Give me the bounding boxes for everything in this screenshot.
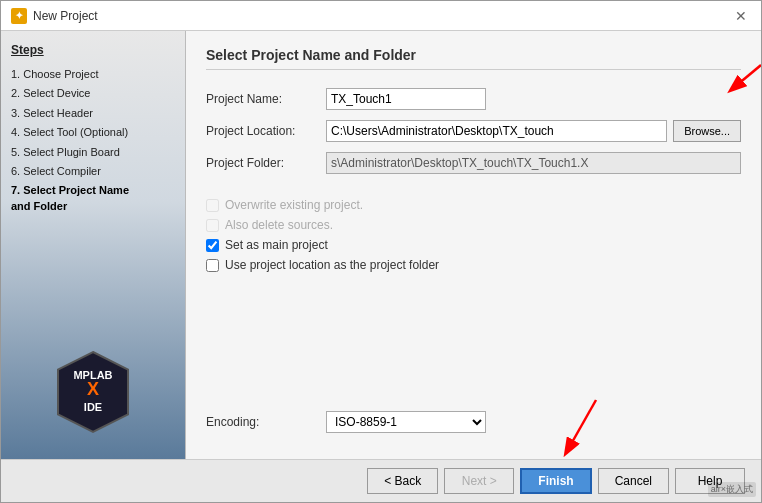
project-folder-label: Project Folder: xyxy=(206,156,326,170)
project-folder-row: Project Folder: xyxy=(206,152,741,174)
sidebar: Steps 1. Choose Project 2. Select Device… xyxy=(1,31,186,459)
titlebar: ✦ New Project ✕ xyxy=(1,1,761,31)
project-folder-input[interactable] xyxy=(326,152,741,174)
delete-sources-checkbox-row: Also delete sources. xyxy=(206,218,741,232)
finish-button[interactable]: Finish xyxy=(520,468,591,494)
main-content-area: Project Name: xyxy=(206,88,741,443)
footer: < Back Next > Finish Cancel Help air×嵌入式 xyxy=(1,459,761,502)
project-location-row: Project Location: Browse... xyxy=(206,120,741,142)
cancel-button[interactable]: Cancel xyxy=(598,468,669,494)
sidebar-logo: MPLAB X IDE xyxy=(11,337,175,447)
dialog-content: Steps 1. Choose Project 2. Select Device… xyxy=(1,31,761,459)
steps-list: 1. Choose Project 2. Select Device 3. Se… xyxy=(11,67,175,337)
step-5: 5. Select Plugin Board xyxy=(11,145,175,160)
svg-text:X: X xyxy=(87,379,99,399)
window-title: New Project xyxy=(33,9,98,23)
panel-title: Select Project Name and Folder xyxy=(206,47,741,70)
overwrite-checkbox-row: Overwrite existing project. xyxy=(206,198,741,212)
project-name-row: Project Name: xyxy=(206,88,741,110)
titlebar-left: ✦ New Project xyxy=(11,8,98,24)
checkboxes-section: Overwrite existing project. Also delete … xyxy=(206,198,741,278)
close-button[interactable]: ✕ xyxy=(731,9,751,23)
delete-sources-label: Also delete sources. xyxy=(225,218,333,232)
main-panel: Select Project Name and Folder Project N… xyxy=(186,31,761,459)
window-icon: ✦ xyxy=(11,8,27,24)
back-button[interactable]: < Back xyxy=(367,468,438,494)
steps-title: Steps xyxy=(11,43,175,57)
encoding-label: Encoding: xyxy=(206,415,326,429)
encoding-select[interactable]: ISO-8859-1 UTF-8 xyxy=(326,411,486,433)
watermark: air×嵌入式 xyxy=(708,482,756,497)
use-location-checkbox[interactable] xyxy=(206,259,219,272)
use-location-checkbox-row: Use project location as the project fold… xyxy=(206,258,741,272)
next-button[interactable]: Next > xyxy=(444,468,514,494)
step-6: 6. Select Compiler xyxy=(11,164,175,179)
mplab-logo: MPLAB X IDE xyxy=(48,347,138,437)
spacer xyxy=(206,288,741,411)
svg-text:IDE: IDE xyxy=(84,401,102,413)
browse-button[interactable]: Browse... xyxy=(673,120,741,142)
overwrite-label: Overwrite existing project. xyxy=(225,198,363,212)
step-3: 3. Select Header xyxy=(11,106,175,121)
main-project-checkbox-row: Set as main project xyxy=(206,238,741,252)
delete-sources-checkbox[interactable] xyxy=(206,219,219,232)
encoding-row: Encoding: ISO-8859-1 UTF-8 xyxy=(206,411,741,433)
main-project-checkbox[interactable] xyxy=(206,239,219,252)
step-1: 1. Choose Project xyxy=(11,67,175,82)
project-name-label: Project Name: xyxy=(206,92,326,106)
step-2: 2. Select Device xyxy=(11,86,175,101)
use-location-label: Use project location as the project fold… xyxy=(225,258,439,272)
step-4: 4. Select Tool (Optional) xyxy=(11,125,175,140)
project-name-input[interactable] xyxy=(326,88,486,110)
overwrite-checkbox[interactable] xyxy=(206,199,219,212)
project-location-field-group: Browse... xyxy=(326,120,741,142)
step-7: 7. Select Project Nameand Folder xyxy=(11,183,175,214)
main-project-label: Set as main project xyxy=(225,238,328,252)
project-location-label: Project Location: xyxy=(206,124,326,138)
dialog-window: ✦ New Project ✕ Steps 1. Choose Project … xyxy=(0,0,762,503)
project-location-input[interactable] xyxy=(326,120,667,142)
